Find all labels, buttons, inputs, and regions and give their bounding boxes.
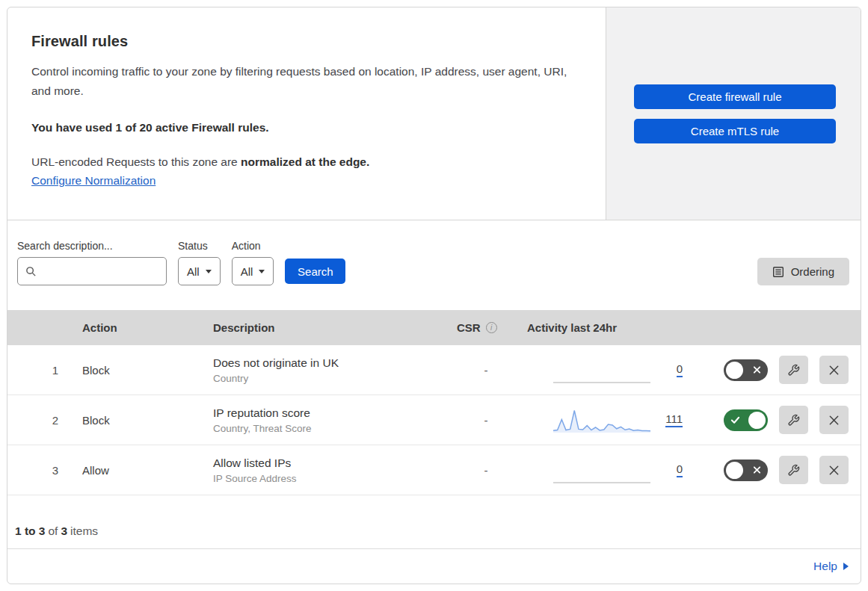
activity-sparkline bbox=[553, 406, 650, 433]
rule-enabled-toggle[interactable] bbox=[724, 409, 768, 431]
action-dropdown[interactable]: All bbox=[232, 257, 274, 285]
rule-action: Block bbox=[75, 414, 206, 427]
rule-priority-number: 3 bbox=[7, 464, 75, 477]
toggle-knob bbox=[748, 412, 766, 429]
close-icon bbox=[828, 465, 840, 476]
rule-fields: IP Source Address bbox=[213, 473, 445, 484]
rule-fields: Country bbox=[213, 373, 445, 384]
delete-rule-button[interactable] bbox=[819, 356, 849, 384]
activity-sparkline bbox=[553, 356, 650, 383]
toggle-knob bbox=[726, 462, 743, 479]
search-group: Search description... bbox=[17, 240, 167, 285]
arrow-right-icon bbox=[843, 563, 849, 570]
column-header-description: Description bbox=[206, 321, 445, 334]
normalization-text-bold: normalized at the edge. bbox=[241, 155, 369, 168]
rule-csr-value: - bbox=[445, 364, 527, 377]
filter-controls: Search description... Status All bbox=[17, 240, 345, 285]
x-icon bbox=[753, 466, 761, 474]
rule-activity-cell: 111 bbox=[527, 406, 699, 433]
close-icon bbox=[828, 365, 840, 376]
action-filter-group: Action All bbox=[232, 240, 274, 285]
x-icon bbox=[753, 366, 761, 374]
rule-enabled-toggle[interactable] bbox=[724, 460, 768, 481]
ordering-list-icon bbox=[772, 266, 784, 278]
check-icon bbox=[730, 415, 740, 425]
rule-priority-number: 2 bbox=[7, 414, 75, 427]
create-mtls-rule-button[interactable]: Create mTLS rule bbox=[634, 119, 836, 143]
wrench-icon bbox=[787, 414, 800, 427]
search-label: Search description... bbox=[17, 240, 167, 252]
table-row: 3 Allow Allow listed IPs IP Source Addre… bbox=[7, 445, 861, 495]
edit-rule-button[interactable] bbox=[779, 406, 808, 434]
page-title: Firewall rules bbox=[31, 33, 576, 50]
actions-panel: Create firewall rule Create mTLS rule bbox=[606, 7, 861, 220]
table-body: 1 Block Does not originate in UK Country… bbox=[7, 345, 861, 495]
pagination-total: 3 bbox=[61, 525, 67, 538]
table-header: Action Description CSR i Activity last 2… bbox=[7, 310, 861, 345]
chevron-down-icon bbox=[259, 270, 265, 273]
configure-normalization-link[interactable]: Configure Normalization bbox=[31, 174, 156, 187]
rule-action: Allow bbox=[75, 464, 206, 477]
status-dropdown[interactable]: All bbox=[178, 257, 221, 285]
search-icon bbox=[25, 266, 37, 277]
rule-enabled-toggle[interactable] bbox=[724, 359, 768, 381]
pagination-bar: 1 to 3 of 3 items bbox=[7, 495, 861, 548]
status-filter-group: Status All bbox=[178, 240, 221, 285]
header-section: Firewall rules Control incoming traffic … bbox=[7, 7, 861, 220]
rule-controls bbox=[699, 456, 861, 484]
status-dropdown-value: All bbox=[187, 265, 200, 278]
table-row: 1 Block Does not originate in UK Country… bbox=[7, 345, 861, 395]
rule-description-cell: IP reputation score Country, Threat Scor… bbox=[206, 406, 445, 434]
search-box[interactable] bbox=[17, 257, 167, 285]
delete-rule-button[interactable] bbox=[819, 406, 849, 434]
rule-priority-number: 1 bbox=[7, 364, 75, 377]
column-header-csr: CSR i bbox=[445, 321, 527, 334]
wrench-icon bbox=[787, 364, 800, 377]
normalization-text-plain: URL-encoded Requests to this zone are bbox=[31, 155, 238, 168]
rule-description-cell: Does not originate in UK Country bbox=[206, 356, 445, 384]
search-input[interactable] bbox=[42, 265, 158, 278]
header-text-block: Firewall rules Control incoming traffic … bbox=[7, 7, 606, 220]
filter-bar: Search description... Status All bbox=[7, 220, 861, 310]
rule-activity-cell: 0 bbox=[527, 356, 699, 383]
wrench-icon bbox=[787, 464, 800, 477]
pagination-range: 1 to 3 bbox=[15, 525, 45, 538]
delete-rule-button[interactable] bbox=[819, 456, 849, 484]
help-link-label: Help bbox=[813, 560, 837, 573]
firewall-rules-card: Firewall rules Control incoming traffic … bbox=[7, 7, 861, 584]
info-icon[interactable]: i bbox=[486, 322, 497, 333]
rule-fields: Country, Threat Score bbox=[213, 423, 445, 434]
activity-count-link[interactable]: 0 bbox=[677, 362, 683, 377]
edit-rule-button[interactable] bbox=[779, 356, 808, 384]
rule-description: IP reputation score bbox=[213, 406, 445, 420]
pagination-of: of bbox=[48, 525, 58, 538]
toggle-knob bbox=[726, 362, 743, 379]
ordering-button[interactable]: Ordering bbox=[757, 258, 849, 285]
table-row: 2 Block IP reputation score Country, Thr… bbox=[7, 395, 861, 445]
column-header-action: Action bbox=[75, 321, 206, 334]
page-description: Control incoming traffic to your zone by… bbox=[31, 62, 570, 101]
search-button[interactable]: Search bbox=[285, 259, 345, 284]
action-label: Action bbox=[232, 240, 274, 252]
activity-count-link[interactable]: 111 bbox=[665, 412, 683, 427]
rule-controls bbox=[699, 356, 861, 384]
pagination-items: items bbox=[70, 525, 98, 538]
chevron-down-icon bbox=[206, 270, 212, 273]
help-bar: Help bbox=[7, 548, 861, 583]
column-header-activity: Activity last 24hr bbox=[527, 321, 699, 334]
rule-description-cell: Allow listed IPs IP Source Address bbox=[206, 457, 445, 484]
rule-description: Allow listed IPs bbox=[213, 457, 445, 470]
create-firewall-rule-button[interactable]: Create firewall rule bbox=[634, 84, 836, 109]
rule-csr-value: - bbox=[445, 414, 527, 427]
action-dropdown-value: All bbox=[241, 265, 253, 278]
usage-text: You have used 1 of 20 active Firewall ru… bbox=[31, 121, 576, 134]
rule-action: Block bbox=[75, 364, 206, 377]
close-icon bbox=[828, 415, 840, 426]
rule-description: Does not originate in UK bbox=[213, 356, 445, 370]
help-link[interactable]: Help bbox=[813, 560, 849, 573]
normalization-text: URL-encoded Requests to this zone are no… bbox=[31, 155, 576, 169]
activity-count-link[interactable]: 0 bbox=[677, 462, 683, 477]
rule-csr-value: - bbox=[445, 464, 527, 477]
edit-rule-button[interactable] bbox=[779, 456, 808, 484]
ordering-button-label: Ordering bbox=[791, 265, 834, 278]
